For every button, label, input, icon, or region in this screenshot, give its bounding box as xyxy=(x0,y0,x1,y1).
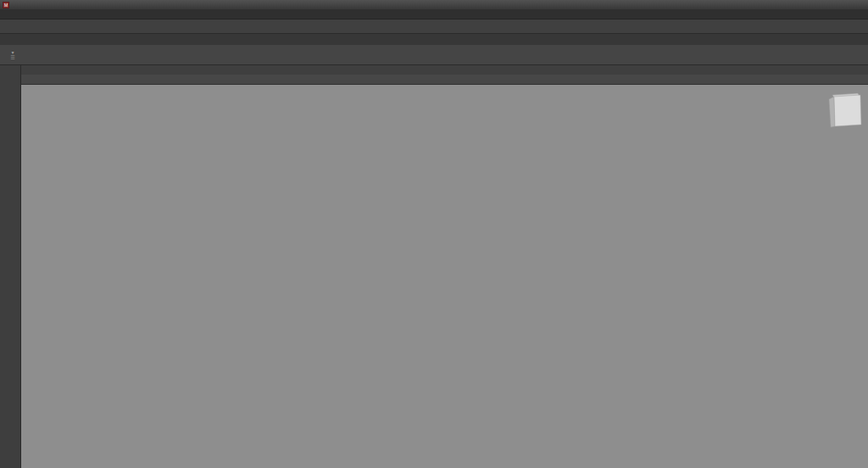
viewport xyxy=(21,85,868,468)
shelf: ▾☰ xyxy=(0,45,868,65)
panel-menu-bar xyxy=(21,65,868,75)
view-cube-front-face[interactable] xyxy=(834,95,861,126)
toolbox xyxy=(0,65,21,468)
shelf-menu-control[interactable]: ▾☰ xyxy=(2,46,24,64)
shelf-tabs xyxy=(0,34,868,45)
view-cube[interactable] xyxy=(829,93,861,127)
maya-app-icon: M xyxy=(3,2,9,8)
status-line xyxy=(0,20,868,34)
menu-bar xyxy=(0,9,868,20)
title-bar: M xyxy=(0,0,868,9)
viewport-canvas[interactable] xyxy=(21,85,868,468)
panel-toolbar xyxy=(21,75,868,85)
